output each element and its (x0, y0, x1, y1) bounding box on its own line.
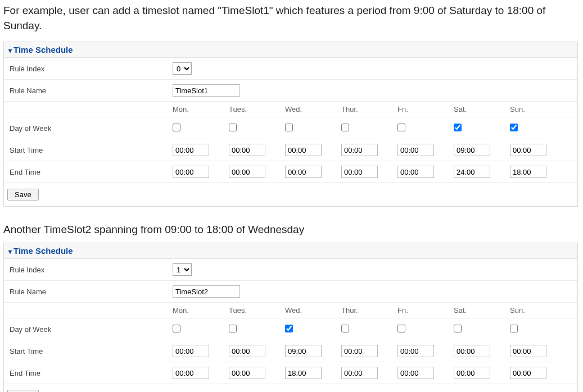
start-time-tues[interactable] (229, 345, 265, 357)
start-time-fri[interactable] (397, 345, 434, 357)
rule-name-label: Rule Name (10, 288, 173, 296)
intro-text: For example, user can add a timeslot nam… (3, 3, 580, 33)
day-header-sun: Sun. (510, 306, 566, 314)
end-time-mon[interactable] (173, 367, 209, 379)
start-time-sat[interactable] (454, 345, 490, 357)
day-check-thur[interactable] (341, 325, 349, 332)
day-header-sat: Sat. (454, 105, 510, 113)
day-check-sun[interactable] (510, 124, 518, 131)
panel-header[interactable]: Time Schedule (4, 42, 577, 58)
rule-index-select[interactable]: 1 (173, 263, 192, 276)
day-check-tues[interactable] (229, 124, 237, 131)
sub-text: Another TimeSlot2 spanning from 09:00 to… (3, 224, 580, 236)
end-time-wed[interactable] (285, 367, 322, 379)
end-time-label: End Time (10, 168, 173, 176)
end-time-sat[interactable] (454, 367, 490, 379)
start-time-tues[interactable] (229, 144, 265, 156)
day-header-mon: Mon. (173, 105, 229, 113)
day-header-sat: Sat. (454, 306, 510, 314)
time-schedule-panel-2: Time Schedule Rule Index 1 Rule Name Mon… (3, 243, 578, 392)
day-check-mon[interactable] (173, 124, 180, 131)
end-time-thur[interactable] (341, 166, 378, 178)
end-time-tues[interactable] (229, 166, 265, 178)
day-of-week-label: Day of Week (10, 325, 173, 334)
end-time-sat[interactable] (454, 166, 490, 178)
rule-name-input[interactable] (173, 285, 240, 298)
start-time-sat[interactable] (454, 144, 490, 156)
end-time-fri[interactable] (397, 166, 434, 178)
day-check-wed[interactable] (285, 325, 293, 332)
start-time-mon[interactable] (173, 345, 209, 357)
save-button[interactable]: Save (7, 189, 39, 200)
day-check-fri[interactable] (397, 124, 405, 131)
start-time-label: Start Time (10, 146, 173, 154)
day-header-sun: Sun. (510, 105, 566, 113)
day-check-mon[interactable] (173, 325, 180, 332)
rule-index-label: Rule Index (10, 266, 173, 274)
day-check-tues[interactable] (229, 325, 237, 332)
day-header-tues: Tues. (229, 306, 285, 314)
end-time-fri[interactable] (397, 367, 434, 379)
day-of-week-label: Day of Week (10, 124, 173, 133)
start-time-thur[interactable] (341, 144, 378, 156)
end-time-sun[interactable] (510, 166, 546, 178)
end-time-label: End Time (10, 369, 173, 377)
end-time-mon[interactable] (173, 166, 209, 178)
day-check-sun[interactable] (510, 325, 518, 332)
day-header-wed: Wed. (285, 105, 341, 113)
start-time-sun[interactable] (510, 345, 546, 357)
end-time-sun[interactable] (510, 367, 546, 379)
rule-index-select[interactable]: 0 (173, 62, 192, 75)
start-time-wed[interactable] (285, 144, 322, 156)
day-check-fri[interactable] (397, 325, 405, 332)
end-time-tues[interactable] (229, 367, 265, 379)
day-check-wed[interactable] (285, 124, 293, 131)
save-button[interactable]: Save (7, 390, 39, 392)
panel-header[interactable]: Time Schedule (4, 243, 577, 259)
time-schedule-panel-1: Time Schedule Rule Index 0 Rule Name Mon… (3, 42, 578, 207)
day-check-sat[interactable] (454, 124, 462, 131)
start-time-wed[interactable] (285, 345, 322, 357)
rule-name-label: Rule Name (10, 86, 173, 95)
day-header-fri: Fri. (397, 105, 454, 113)
day-header-fri: Fri. (397, 306, 454, 314)
day-header-thur: Thur. (341, 105, 397, 113)
start-time-fri[interactable] (397, 144, 434, 156)
day-header-mon: Mon. (173, 306, 229, 314)
end-time-wed[interactable] (285, 166, 322, 178)
day-header-wed: Wed. (285, 306, 341, 314)
start-time-mon[interactable] (173, 144, 209, 156)
end-time-thur[interactable] (341, 367, 378, 379)
day-check-sat[interactable] (454, 325, 462, 332)
start-time-thur[interactable] (341, 345, 378, 357)
rule-index-label: Rule Index (10, 65, 173, 73)
start-time-sun[interactable] (510, 144, 546, 156)
start-time-label: Start Time (10, 347, 173, 355)
rule-name-input[interactable] (173, 84, 240, 97)
day-check-thur[interactable] (341, 124, 349, 131)
day-header-thur: Thur. (341, 306, 397, 314)
day-header-tues: Tues. (229, 105, 285, 113)
